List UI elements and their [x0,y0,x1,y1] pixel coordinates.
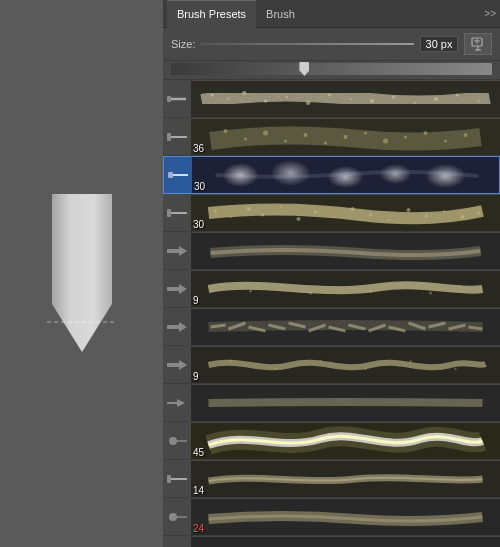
svg-point-47 [214,209,217,212]
brush-item[interactable]: 24 [163,498,500,536]
svg-point-33 [383,138,388,143]
svg-point-30 [324,141,327,144]
tab-brush[interactable]: Brush [256,0,305,28]
svg-point-90 [229,359,231,361]
svg-point-67 [280,284,282,286]
tab-brush-presets[interactable]: Brush Presets [167,0,256,28]
brush-size: 9 [193,371,199,382]
brush-item[interactable] [163,232,500,270]
svg-point-28 [284,139,287,142]
svg-point-101 [169,513,177,521]
svg-point-37 [464,133,468,137]
brush-type-icon [167,355,187,375]
brush-preview: 14 [191,461,500,497]
svg-point-26 [244,137,247,140]
svg-point-32 [364,131,367,134]
svg-point-21 [456,93,459,96]
svg-marker-64 [167,284,187,294]
svg-marker-0 [52,194,112,352]
brush-item[interactable]: 30 [163,156,500,194]
brush-icon [163,460,191,498]
svg-point-25 [224,129,228,133]
svg-point-72 [429,291,432,294]
brush-preset-list[interactable]: 36 [163,80,500,547]
tab-overflow-arrows[interactable]: >> [484,8,496,19]
brush-size: 9 [193,295,199,306]
svg-point-48 [230,216,232,218]
size-slider[interactable] [201,43,414,45]
svg-point-41 [271,160,311,186]
svg-point-53 [314,210,317,213]
brush-icon [164,156,192,194]
right-panel: Brush Presets Brush >> Size: 30 px [163,0,500,547]
brush-item[interactable]: 9 [163,346,500,384]
brush-shape-preview [42,194,122,354]
brush-size: 24 [193,523,204,534]
brush-icon [163,232,191,270]
brush-icon [163,346,191,384]
brush-preview: 30 [192,157,499,193]
size-value-display[interactable]: 30 px [420,36,458,52]
svg-point-17 [370,99,374,103]
brush-item[interactable]: 9 [163,270,500,308]
size-slider-thumb[interactable] [299,62,309,76]
svg-point-59 [425,214,428,217]
brush-icon [163,498,191,536]
brush-icon [163,80,191,118]
brush-size: 30 [193,219,204,230]
slider-container [163,61,500,80]
svg-point-22 [478,100,480,102]
brush-preview [191,309,500,345]
svg-marker-63 [167,246,187,256]
brush-item[interactable]: 27 [163,536,500,547]
brush-preview: 30 [191,195,500,231]
brush-item[interactable] [163,308,500,346]
brush-preview: 24 [191,499,500,535]
size-slider-track[interactable] [171,63,492,75]
svg-point-70 [369,289,372,292]
brush-item[interactable]: 30 [163,194,500,232]
svg-point-15 [328,93,331,96]
svg-point-11 [242,91,246,95]
svg-rect-23 [167,133,171,141]
svg-point-73 [460,286,462,288]
svg-point-50 [261,213,264,216]
brush-preview: 9 [191,347,500,383]
brush-icon [163,422,191,460]
brush-icon [163,194,191,232]
svg-marker-74 [167,322,187,332]
tab-bar: Brush Presets Brush >> [163,0,500,28]
svg-point-93 [364,367,366,369]
brush-type-icon [167,431,187,451]
svg-point-10 [227,98,229,100]
brush-type-icon [167,89,187,109]
svg-point-95 [454,367,456,369]
svg-point-57 [388,219,390,221]
svg-point-20 [434,97,438,101]
svg-marker-96 [167,399,185,407]
brush-item[interactable] [163,80,500,118]
svg-point-19 [414,102,416,104]
brush-preview: 45 [191,423,500,459]
brush-preview: 9 [191,271,500,307]
brush-icon [163,536,191,548]
svg-point-56 [369,213,372,216]
create-brush-icon [471,37,485,51]
brush-item[interactable]: 14 [163,460,500,498]
brush-type-icon [167,393,187,413]
brush-type-icon [167,469,187,489]
brush-item[interactable]: 36 [163,118,500,156]
svg-point-68 [309,291,312,294]
svg-point-34 [404,135,407,138]
brush-type-icon [167,127,187,147]
svg-point-51 [280,206,282,208]
brush-preview [191,81,500,117]
create-brush-button[interactable] [464,33,492,55]
svg-point-27 [263,130,268,135]
brush-type-icon [168,165,188,185]
size-label: Size: [171,38,195,50]
svg-point-58 [407,208,411,212]
brush-type-icon [167,507,187,527]
brush-item[interactable] [163,384,500,422]
brush-item[interactable]: 45 [163,422,500,460]
